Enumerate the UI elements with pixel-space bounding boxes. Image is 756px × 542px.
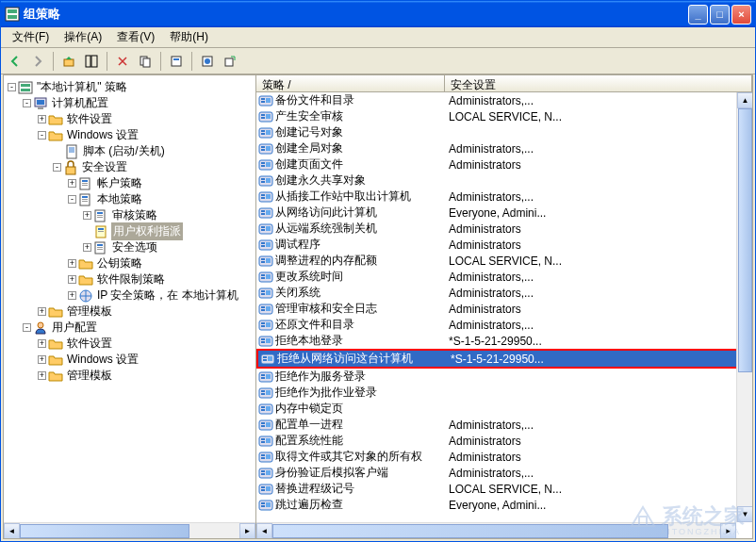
tree-pane[interactable]: -"本地计算机" 策略-计算机配置+软件设置-Windows 设置 脚本 (启动… (4, 75, 256, 538)
tree-toggle[interactable]: + (83, 243, 91, 252)
list-row[interactable]: 备份文件和目录Administrators,... (256, 92, 752, 108)
tree-item[interactable]: -安全设置 (6, 159, 254, 175)
list-row[interactable]: 配置单一进程Administrators,... (256, 417, 752, 433)
tree-item[interactable]: -本地策略 (6, 191, 254, 207)
separator (160, 52, 161, 71)
scroll-down-button[interactable]: ▼ (737, 506, 752, 522)
tree-toggle[interactable]: - (53, 163, 61, 172)
tree-item[interactable]: +帐户策略 (6, 175, 254, 191)
list-row[interactable]: 配置系统性能Administrators (256, 433, 752, 449)
tree-item[interactable]: -计算机配置 (6, 95, 254, 111)
list-row[interactable]: 创建永久共享对象 (256, 172, 752, 189)
list-row[interactable]: 拒绝作为批作业登录 (256, 385, 752, 401)
svg-rect-45 (266, 98, 271, 103)
tree-toggle[interactable]: + (38, 307, 46, 316)
tree-item[interactable]: 用户权利指派 (6, 223, 254, 239)
scroll-thumb[interactable] (738, 108, 752, 372)
tree-item[interactable]: +软件限制策略 (6, 271, 254, 287)
policy-name: 创建记号对象 (275, 124, 343, 140)
tree-item[interactable]: +软件设置 (6, 111, 254, 127)
tree-toggle[interactable]: - (68, 195, 76, 204)
tree-toggle[interactable]: - (38, 131, 46, 140)
column-policy[interactable]: 策略 / (256, 75, 445, 91)
tree-label[interactable]: 管理模板 (65, 367, 114, 385)
list-row[interactable]: 跳过遍历检查Everyone, Admini... (256, 497, 752, 513)
up-button[interactable] (58, 51, 79, 72)
list-row[interactable]: 关闭系统Administrators,... (256, 285, 752, 301)
tree-toggle[interactable]: + (38, 371, 46, 380)
list-row[interactable]: 管理审核和安全日志Administrators (256, 301, 752, 317)
tree-item[interactable]: +公钥策略 (6, 255, 254, 271)
scroll-up-button[interactable]: ▲ (737, 92, 752, 108)
tree-item[interactable]: +管理模板 (6, 304, 254, 320)
list-v-scrollbar[interactable]: ▲ ▼ (736, 92, 752, 522)
forward-button[interactable] (27, 51, 48, 72)
titlebar[interactable]: 组策略 _ □ × (1, 1, 755, 27)
list-row[interactable]: 内存中锁定页 (256, 401, 752, 417)
scroll-left-button[interactable]: ◄ (256, 523, 272, 538)
list-row[interactable]: 从网络访问此计算机Everyone, Admini... (256, 205, 752, 221)
tree-toggle[interactable]: + (68, 275, 76, 284)
properties-button[interactable] (166, 51, 187, 72)
tree-toggle[interactable]: + (38, 355, 46, 364)
list-row[interactable]: 产生安全审核LOCAL SERVICE, N... (256, 108, 752, 124)
tree-toggle-button[interactable] (81, 51, 102, 72)
tree-toggle[interactable]: + (68, 291, 76, 300)
tree-toggle[interactable]: + (38, 339, 46, 348)
menu-file[interactable]: 文件(F) (5, 27, 57, 47)
tree-item[interactable]: -Windows 设置 (6, 127, 254, 143)
tree-item[interactable]: -用户配置 (6, 320, 254, 336)
list-row[interactable]: 替换进程级记号LOCAL SERVICE, N... (256, 481, 752, 497)
list-row[interactable]: 创建全局对象Administrators,... (256, 140, 752, 156)
tree-item[interactable]: +安全选项 (6, 239, 254, 255)
tree-item[interactable]: +IP 安全策略，在 本地计算机 (6, 287, 254, 304)
scroll-thumb[interactable] (272, 524, 668, 538)
list-row[interactable]: 创建页面文件Administrators (256, 156, 752, 172)
tree-item[interactable]: -"本地计算机" 策略 (6, 79, 254, 95)
column-security-setting[interactable]: 安全设置 (445, 75, 752, 91)
scroll-thumb[interactable] (20, 524, 189, 538)
maximize-button[interactable]: □ (710, 5, 730, 25)
svg-rect-137 (266, 470, 271, 475)
menu-help[interactable]: 帮助(H) (162, 27, 216, 47)
tree-item[interactable]: +管理模板 (6, 368, 254, 384)
list-row[interactable]: 调试程序Administrators (256, 237, 752, 253)
tree-toggle[interactable]: - (23, 323, 31, 332)
list-row[interactable]: 还原文件和目录Administrators,... (256, 317, 752, 333)
minimize-button[interactable]: _ (688, 5, 708, 25)
back-button[interactable] (5, 51, 25, 72)
tree-item[interactable]: +Windows 设置 (6, 352, 254, 368)
scroll-right-button[interactable]: ► (239, 523, 255, 538)
cut-button[interactable] (112, 51, 133, 72)
tree-h-scrollbar[interactable]: ◄ ► (4, 522, 255, 538)
list-row[interactable]: 拒绝从网络访问这台计算机*S-1-5-21-29950... (258, 351, 750, 367)
tree-item[interactable]: 脚本 (启动/关机) (6, 143, 254, 159)
tree-label[interactable]: IP 安全策略，在 本地计算机 (95, 287, 240, 304)
list-row[interactable]: 调整进程的内存配额LOCAL SERVICE, N... (256, 253, 752, 269)
tree-toggle[interactable]: - (23, 99, 31, 107)
tree-toggle[interactable]: + (68, 179, 76, 188)
list-row[interactable]: 从插接工作站中取出计算机Administrators,... (256, 189, 752, 205)
tree-toggle[interactable]: - (8, 83, 16, 91)
list-row[interactable]: 取得文件或其它对象的所有权Administrators (256, 449, 752, 465)
refresh-button[interactable] (197, 51, 218, 72)
menu-action[interactable]: 操作(A) (57, 27, 109, 47)
menu-view[interactable]: 查看(V) (109, 27, 162, 47)
export-button[interactable] (220, 51, 240, 72)
list-row[interactable]: 创建记号对象 (256, 124, 752, 140)
list-row[interactable]: 拒绝作为服务登录 (256, 369, 752, 385)
list-row[interactable]: 从远端系统强制关机Administrators (256, 221, 752, 237)
list-row[interactable]: 身份验证后模拟客户端Administrators,... (256, 465, 752, 481)
tree-toggle[interactable]: + (38, 115, 46, 123)
highlight-box: 拒绝从网络访问这台计算机*S-1-5-21-29950... (256, 349, 752, 369)
copy-button[interactable] (135, 51, 156, 72)
tree-toggle[interactable]: + (83, 211, 91, 220)
list-pane[interactable]: 策略 / 安全设置 备份文件和目录Administrators,...产生安全审… (256, 75, 752, 538)
close-button[interactable]: × (731, 5, 751, 25)
scroll-left-button[interactable]: ◄ (4, 523, 20, 538)
list-row[interactable]: 拒绝本地登录*S-1-5-21-29950... (256, 333, 752, 349)
list-row[interactable]: 更改系统时间Administrators,... (256, 269, 752, 285)
tree-toggle[interactable]: + (68, 259, 76, 268)
tree-item[interactable]: +软件设置 (6, 336, 254, 352)
tree-item[interactable]: +审核策略 (6, 207, 254, 223)
